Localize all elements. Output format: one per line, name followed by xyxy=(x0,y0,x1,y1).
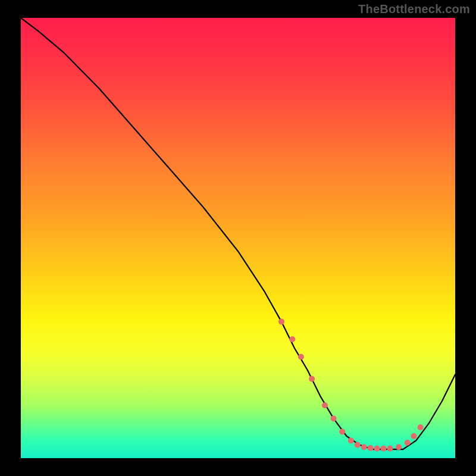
curve-marker-dot xyxy=(361,444,367,450)
curve-marker-dot xyxy=(381,446,387,452)
curve-marker-dot xyxy=(405,440,411,446)
curve-marker-dot xyxy=(374,446,380,452)
curve-marker-dot xyxy=(339,429,345,435)
curve-marker-dot xyxy=(387,446,393,452)
curve-marker-dot xyxy=(411,433,417,439)
curve-marker-dot xyxy=(309,376,315,382)
curve-marker-dot xyxy=(322,402,328,408)
curve-marker-dot xyxy=(289,336,295,342)
plot-area xyxy=(21,18,455,458)
watermark-text: TheBottleneck.com xyxy=(358,2,470,16)
curve-marker-dot xyxy=(418,424,424,430)
curve-marker-dot xyxy=(298,354,304,360)
curve-marker-dot xyxy=(348,437,354,443)
curve-path xyxy=(21,18,455,449)
curve-marker-dot xyxy=(278,319,284,325)
bottleneck-curve xyxy=(21,18,455,458)
curve-marker-dot xyxy=(396,444,402,450)
curve-marker-dot xyxy=(355,442,361,448)
chart-frame: TheBottleneck.com xyxy=(0,0,476,476)
curve-marker-dot xyxy=(331,415,337,421)
curve-markers xyxy=(278,319,424,452)
curve-marker-dot xyxy=(368,445,374,451)
